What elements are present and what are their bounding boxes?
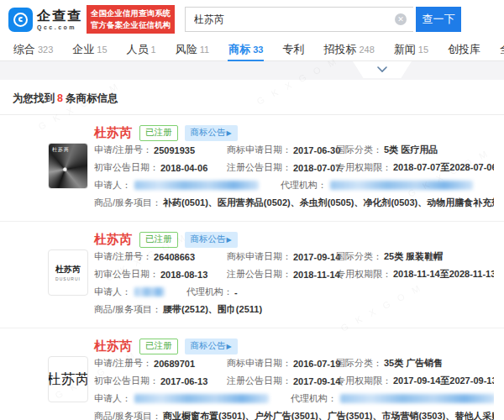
goods-services: 腰带(2512)、围巾(2511) bbox=[163, 303, 262, 316]
tab-renyuan[interactable]: 人员1 bbox=[126, 39, 157, 61]
filter-band bbox=[0, 61, 504, 80]
qcc-logo-icon bbox=[8, 8, 33, 32]
trademark-result-row: 杜苏芮 杜苏芮 已注册 商标公告▶ 申请/注册号：25091935 商标申请日期… bbox=[0, 115, 504, 222]
intl-class: 5类 医疗用品 bbox=[384, 144, 438, 156]
trademark-title-link[interactable]: 杜苏芮 bbox=[94, 125, 132, 141]
status-badge: 已注册 bbox=[139, 125, 178, 141]
reg-no: 20689701 bbox=[154, 359, 195, 369]
first-announce-date: 2018-04-06 bbox=[160, 163, 207, 173]
qcc-logo[interactable]: 企查查 Qcc.com bbox=[8, 8, 82, 32]
apply-date: 2016-07-19 bbox=[293, 359, 340, 369]
trademark-title-link[interactable]: 杜苏芮 bbox=[94, 232, 132, 248]
term: 2017-09-14至2027-09-13 bbox=[393, 375, 494, 387]
goods-services: 商业橱窗布置(3501)、户外广告(3501)、广告(3501)、市场营销(35… bbox=[163, 410, 494, 420]
trademark-announcement-link[interactable]: 商标公告▶ bbox=[185, 125, 238, 141]
status-badge: 已注册 bbox=[139, 232, 178, 248]
tab-zonghe[interactable]: 综合323 bbox=[13, 39, 54, 61]
reg-no: 26408663 bbox=[154, 252, 195, 262]
term: 2018-11-14至2028-11-13 bbox=[393, 268, 494, 281]
tab-quanqiuqiye[interactable]: 全球企业 bbox=[499, 39, 504, 61]
result-category-tabs: 综合323 企业15 人员1 风险11 商标33 专利 招投标248 新闻15 … bbox=[0, 39, 504, 61]
expand-filters-tab[interactable] bbox=[353, 61, 412, 78]
trademark-image[interactable]: 杜苏芮 DUSURUI bbox=[48, 249, 88, 296]
applicant-redacted bbox=[134, 181, 259, 190]
tab-xinwen[interactable]: 新闻15 bbox=[393, 39, 429, 61]
trademark-result-row: 杜苏芮 杜苏芮 已注册 商标公告▶ 申请/注册号：20689701 商标申请日期… bbox=[0, 328, 504, 420]
header: 企查查 Qcc.com 全国企业信用查询系统 官方备案企业征信机构 ✕ 查一下 bbox=[0, 0, 504, 39]
result-count: 8 bbox=[57, 92, 63, 104]
trademark-title-link[interactable]: 杜苏芮 bbox=[94, 339, 132, 354]
goods-services: 补药(0501)、医用营养品(0502)、杀虫剂(0505)、净化剂(0503)… bbox=[163, 197, 494, 209]
apply-date: 2017-09-14 bbox=[293, 252, 340, 262]
brand-name: 企查查 bbox=[37, 9, 82, 23]
tab-zhuanli[interactable]: 专利 bbox=[281, 39, 305, 61]
tab-shangbiao-active[interactable]: 商标33 bbox=[228, 39, 264, 61]
agency-redacted bbox=[330, 181, 473, 190]
reg-announce-date: 2018-11-14 bbox=[293, 270, 340, 280]
applicant-redacted bbox=[134, 287, 165, 297]
brand-tagline-badge: 全国企业信用查询系统 官方备案企业征信机构 bbox=[87, 5, 175, 34]
trademark-result-row: 杜苏芮 DUSURUI 杜苏芮 已注册 商标公告▶ 申请/注册号：2640866… bbox=[0, 222, 504, 328]
apply-date: 2017-06-30 bbox=[293, 145, 340, 155]
search-input[interactable] bbox=[185, 7, 413, 32]
trademark-image[interactable]: 杜苏芮 bbox=[48, 143, 88, 189]
trademark-announcement-link[interactable]: 商标公告▶ bbox=[185, 339, 238, 354]
status-badge: 已注册 bbox=[139, 339, 178, 354]
trademark-image[interactable]: 杜苏芮 bbox=[48, 356, 88, 402]
reg-no: 25091935 bbox=[154, 145, 195, 155]
tab-qiye[interactable]: 企业15 bbox=[71, 39, 108, 61]
agency-redacted bbox=[340, 394, 494, 403]
result-summary: 为您找到8条商标信息 bbox=[0, 80, 504, 114]
tagline-line1: 全国企业信用查询系统 bbox=[91, 8, 171, 19]
search-button[interactable]: 查一下 bbox=[416, 7, 461, 32]
intl-class: 25类 服装鞋帽 bbox=[384, 250, 443, 263]
chevron-down-icon bbox=[377, 66, 387, 73]
intl-class: 35类 广告销售 bbox=[384, 357, 443, 370]
agency: - bbox=[234, 287, 238, 297]
reg-announce-date: 2017-09-14 bbox=[293, 376, 340, 386]
clear-search-icon[interactable]: ✕ bbox=[395, 13, 407, 25]
tab-chuangtouku[interactable]: 创投库 bbox=[447, 39, 481, 61]
brand-domain: Qcc.com bbox=[37, 24, 82, 30]
tab-zhaotoubiao[interactable]: 招投标248 bbox=[323, 39, 375, 61]
first-announce-date: 2018-08-13 bbox=[160, 270, 207, 280]
applicant-redacted bbox=[134, 394, 269, 403]
tagline-line2: 官方备案企业征信机构 bbox=[91, 19, 171, 31]
trademark-announcement-link[interactable]: 商标公告▶ bbox=[185, 232, 238, 248]
first-announce-date: 2017-06-13 bbox=[160, 376, 207, 386]
reg-announce-date: 2018-07-07 bbox=[293, 163, 340, 173]
term: 2018-07-07至2028-07-06 bbox=[393, 161, 494, 174]
tab-fengxian[interactable]: 风险11 bbox=[175, 39, 210, 61]
